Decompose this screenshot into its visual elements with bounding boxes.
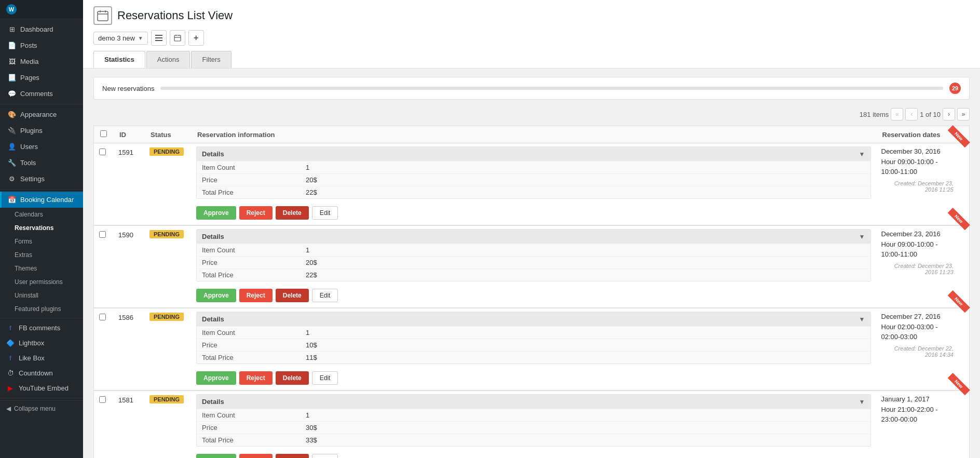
sidebar-plugin-countdown[interactable]: ⏱ Countdown: [0, 366, 83, 381]
select-all-checkbox[interactable]: [100, 130, 107, 137]
detail-key: Price: [202, 259, 306, 266]
next-page-button[interactable]: ›: [943, 108, 955, 120]
detail-header[interactable]: Details▼: [197, 147, 870, 161]
sidebar-sub-featured-plugins[interactable]: Featured plugins: [0, 302, 83, 316]
posts-icon: 📄: [8, 42, 16, 49]
detail-value: 1: [306, 164, 309, 171]
like-box-icon: f: [6, 354, 15, 362]
sidebar-item-settings[interactable]: ⚙ Settings: [0, 171, 83, 187]
settings-icon: ⚙: [8, 175, 16, 183]
sidebar-item-users[interactable]: 👤 Users: [0, 139, 83, 155]
reject-button[interactable]: Reject: [239, 371, 273, 385]
reject-button[interactable]: Reject: [239, 206, 273, 220]
sidebar-item-dashboard[interactable]: ⊞ Dashboard: [0, 21, 83, 37]
tab-statistics[interactable]: Statistics: [93, 51, 145, 68]
row-info: Details▼Item Count1Price20$Total Price22…: [191, 225, 876, 308]
created-date: Created: December 23, 2016 11:25: [881, 180, 954, 193]
tabs-row: Statistics Actions Filters: [93, 51, 970, 68]
sidebar-plugin-youtube-embed[interactable]: ▶ YouTube Embed: [0, 381, 83, 396]
sidebar-sub-uninstall[interactable]: Uninstall: [0, 289, 83, 302]
detail-value: 20$: [306, 176, 317, 184]
add-new-button[interactable]: +: [188, 30, 204, 46]
sidebar-sub-reservations[interactable]: Reservations: [0, 221, 83, 235]
detail-key: Total Price: [202, 354, 306, 361]
sidebar-item-appearance[interactable]: 🎨 Appearance: [0, 106, 83, 123]
sidebar-plugin-lightbox[interactable]: 🔷 Lightbox: [0, 335, 83, 351]
sidebar-plugin-like-box[interactable]: f Like Box: [0, 351, 83, 366]
status-badge: PENDING: [149, 313, 184, 321]
sidebar-item-label: Tools: [20, 159, 36, 167]
approve-button[interactable]: Approve: [196, 206, 236, 220]
sidebar-sub-calendars[interactable]: Calendars: [0, 208, 83, 221]
last-page-button[interactable]: »: [957, 108, 970, 120]
sidebar-sub-themes[interactable]: Themes: [0, 262, 83, 275]
selector-row: demo 3 new ▼ +: [93, 30, 970, 46]
sidebar-sub-forms[interactable]: Forms: [0, 235, 83, 248]
first-page-button[interactable]: «: [891, 108, 903, 120]
approve-button[interactable]: Approve: [196, 454, 236, 458]
sidebar-logo: W: [0, 0, 83, 19]
edit-button[interactable]: Edit: [312, 371, 338, 385]
detail-value: 30$: [306, 424, 317, 432]
row-info: Details▼Item Count1Price30$Total Price33…: [191, 390, 876, 458]
delete-button[interactable]: Delete: [276, 289, 309, 302]
row-checkbox[interactable]: [99, 231, 106, 238]
sidebar-item-label: Plugins: [20, 127, 43, 134]
approve-button[interactable]: Approve: [196, 289, 236, 302]
tab-filters[interactable]: Filters: [191, 51, 231, 68]
col-header-status[interactable]: Status: [144, 126, 191, 143]
sidebar-item-booking-calendar[interactable]: 📅 Booking Calendar: [0, 192, 83, 208]
comments-icon: 💬: [8, 90, 16, 98]
sidebar-item-plugins[interactable]: 🔌 Plugins: [0, 123, 83, 139]
sidebar-item-tools[interactable]: 🔧 Tools: [0, 155, 83, 171]
reject-button[interactable]: Reject: [239, 454, 273, 458]
delete-button[interactable]: Delete: [276, 371, 309, 385]
edit-button[interactable]: Edit: [312, 289, 338, 302]
sidebar-item-pages[interactable]: 📃 Pages: [0, 70, 83, 86]
sidebar-sub-extras[interactable]: Extras: [0, 248, 83, 262]
reject-button[interactable]: Reject: [239, 289, 273, 302]
sidebar-item-posts[interactable]: 📄 Posts: [0, 37, 83, 53]
calendar-view-button[interactable]: [170, 30, 185, 46]
date-line3: 02:00-03:00: [881, 332, 954, 342]
approve-button[interactable]: Approve: [196, 371, 236, 385]
detail-header[interactable]: Details▼: [197, 230, 870, 244]
sidebar-item-label: Dashboard: [20, 25, 53, 33]
row-checkbox[interactable]: [99, 314, 106, 320]
sidebar-sub-user-permissions[interactable]: User permissions: [0, 275, 83, 289]
sidebar-item-comments[interactable]: 💬 Comments: [0, 86, 83, 102]
edit-button[interactable]: Edit: [312, 206, 338, 220]
sidebar-item-media[interactable]: 🖼 Media: [0, 53, 83, 70]
detail-row: Total Price11$: [197, 351, 870, 363]
detail-header[interactable]: Details▼: [197, 312, 870, 326]
row-status: PENDING: [144, 225, 191, 308]
row-checkbox[interactable]: [99, 396, 106, 403]
detail-key: Item Count: [202, 329, 306, 336]
date-line2: Hour 09:00-10:00 -: [881, 239, 954, 250]
prev-page-button[interactable]: ‹: [905, 108, 918, 120]
dropdown-arrow-icon: ▼: [138, 35, 143, 41]
delete-button[interactable]: Delete: [276, 206, 309, 220]
chevron-down-icon: ▼: [859, 151, 865, 158]
calendar-selector[interactable]: demo 3 new ▼: [93, 32, 148, 45]
collapse-menu-button[interactable]: ◀ Collapse menu: [0, 400, 83, 416]
sidebar-plugin-fb-comments[interactable]: f FB comments: [0, 320, 83, 335]
action-row: ApproveRejectDeleteEdit: [196, 450, 871, 458]
sidebar-item-label: Booking Calendar: [20, 196, 74, 204]
reservations-table: ID Status Reservation information Reserv…: [93, 126, 970, 458]
row-checkbox[interactable]: [99, 149, 106, 155]
list-view-button[interactable]: [151, 30, 167, 46]
tab-actions[interactable]: Actions: [146, 51, 190, 68]
stats-bar-fill: [160, 87, 943, 90]
col-header-id[interactable]: ID: [113, 126, 144, 143]
delete-button[interactable]: Delete: [276, 454, 309, 458]
detail-section: Details▼Item Count1Price30$Total Price33…: [196, 394, 871, 447]
detail-header[interactable]: Details▼: [197, 395, 870, 409]
edit-button[interactable]: Edit: [312, 454, 338, 458]
col-header-info: Reservation information: [191, 126, 876, 143]
reservations-body: 1591PENDINGDetails▼Item Count1Price20$To…: [94, 143, 970, 459]
svg-rect-0: [98, 11, 108, 21]
detail-row: Item Count1: [197, 161, 870, 173]
page-title: Reservations List View: [117, 9, 233, 22]
content-area: New reservations 29 181 items « ‹ 1 of 1…: [83, 69, 980, 458]
